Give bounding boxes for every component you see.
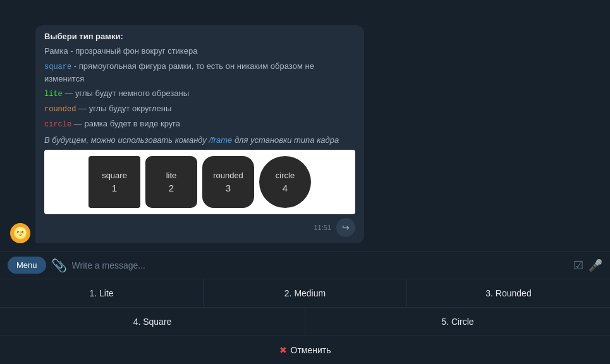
keyword-rounded: rounded [44, 105, 76, 114]
desc-rounded: rounded — углы будут округлены [44, 102, 355, 115]
frame-lite-label: lite [166, 171, 177, 180]
btn-medium[interactable]: 2. Medium [204, 279, 407, 307]
share-button[interactable]: ↪ [336, 218, 355, 237]
desc-lite: lite — углы будут немного обрезаны [44, 87, 355, 100]
cancel-icon: ✖ [279, 345, 287, 355]
desc-lite-text: — углы будут немного обрезаны [64, 88, 189, 98]
btn-rounded[interactable]: 3. Rounded [407, 279, 610, 307]
frame-rounded-num: 3 [226, 183, 231, 193]
cancel-label: Отменить [291, 345, 331, 355]
bubble-footer: 11:51 ↪ [44, 218, 355, 237]
desc-square-text: - прямоугольная фигура рамки, то есть он… [44, 61, 314, 83]
frame-circle-label: circle [276, 171, 295, 180]
menu-button[interactable]: Menu [8, 257, 46, 274]
input-area: Menu 📎 ☑ 🎤 [0, 251, 610, 279]
cancel-row: ✖ Отменить [0, 336, 610, 364]
check-icon[interactable]: ☑ [573, 258, 583, 272]
desc-circle-text: — рамка будет в виде круга [74, 119, 180, 128]
frame-rounded: rounded 3 [202, 156, 254, 208]
avatar: 🌝 [10, 223, 30, 243]
frame-circle: circle 4 [259, 156, 311, 208]
italic-text-1: В будущем, можно использовать команду [44, 135, 209, 145]
italic-note: В будущем, можно использовать команду /f… [44, 135, 355, 145]
frame-lite-num: 2 [169, 183, 174, 193]
attach-icon[interactable]: 📎 [51, 258, 67, 273]
italic-text-2: для установки типа кадра [232, 135, 339, 145]
frame-rounded-label: rounded [213, 171, 243, 180]
btn-square[interactable]: 4. Square [0, 308, 305, 336]
frame-image-container: square 1 lite 2 rounded 3 circle 4 [44, 150, 355, 214]
message-container: 🌝 Выбери тип рамки: Рамка - прозрачный ф… [10, 25, 364, 243]
keyword-lite: lite [44, 90, 63, 99]
frame-circle-num: 4 [283, 183, 288, 193]
bubble-subtitle: Рамка - прозрачный фон вокруг стикера [44, 45, 355, 58]
timestamp: 11:51 [314, 224, 331, 231]
button-row-2: 4. Square 5. Circle [0, 307, 610, 336]
frame-square-num: 1 [112, 183, 117, 193]
desc-circle: circle — рамка будет в виде круга [44, 118, 355, 130]
desc-square: square - прямоугольная фигура рамки, то … [44, 60, 355, 85]
frame-square: square 1 [88, 156, 140, 208]
microphone-icon[interactable]: 🎤 [589, 258, 602, 272]
frame-lite: lite 2 [145, 156, 197, 208]
desc-rounded-text: — углы будут округлены [78, 104, 171, 113]
bubble-header: Выбери тип рамки: [44, 32, 355, 41]
cancel-button[interactable]: ✖ Отменить [0, 336, 610, 364]
bottom-buttons: 1. Lite 2. Medium 3. Rounded 4. Square 5… [0, 279, 610, 364]
btn-lite[interactable]: 1. Lite [0, 279, 204, 307]
chat-area: 🌝 Выбери тип рамки: Рамка - прозрачный ф… [0, 0, 610, 251]
keyword-circle: circle [44, 120, 71, 129]
button-row-1: 1. Lite 2. Medium 3. Rounded [0, 279, 610, 307]
frame-square-label: square [102, 171, 127, 180]
btn-circle[interactable]: 5. Circle [305, 308, 610, 336]
frame-options: square 1 lite 2 rounded 3 circle 4 [88, 156, 311, 208]
message-input[interactable] [72, 260, 568, 270]
message-bubble: Выбери тип рамки: Рамка - прозрачный фон… [35, 25, 364, 243]
frame-link: /frame [209, 135, 232, 145]
keyword-square: square [44, 63, 71, 71]
